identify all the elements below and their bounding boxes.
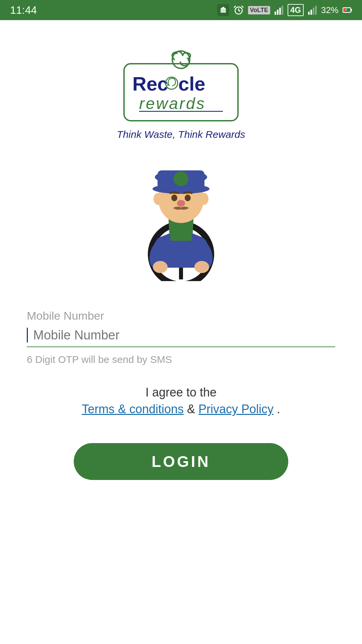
svg-point-42 [199,193,208,205]
alarm-icon [233,5,244,15]
logo-tagline: Think Waste, Think Rewards [117,129,245,140]
svg-point-39 [185,195,191,201]
status-icons: VoLTE 4G 32% [217,4,352,16]
svg-text:cle: cle [178,73,205,95]
svg-point-43 [153,261,168,273]
terms-and-separator: & [187,402,198,416]
svg-rect-1 [275,12,276,15]
svg-point-37 [174,171,188,186]
mobile-input[interactable] [33,328,335,342]
svg-rect-4 [282,6,283,15]
privacy-policy-link[interactable]: Privacy Policy [198,402,274,416]
svg-rect-6 [310,10,312,15]
terms-period: . [277,402,280,416]
svg-rect-11 [343,8,346,12]
form-section: Mobile Number 6 Digit OTP will be send b… [20,309,342,385]
terms-agree-text: I agree to the [82,385,280,399]
main-content: Rec cle rewards Think Waste, Think Rewar… [0,20,362,644]
svg-rect-3 [279,8,281,15]
signal-icon-2 [308,5,317,15]
mobile-input-wrapper[interactable] [27,328,335,347]
status-bar: 11:44 VoLTE 4G [0,0,362,20]
svg-rect-5 [308,12,310,15]
svg-rect-10 [351,9,352,11]
status-time: 11:44 [10,4,37,16]
network-badge: 4G [288,4,304,16]
svg-point-38 [171,195,177,201]
logo-container: Rec cle rewards Think Waste, Think Rewar… [111,47,251,140]
signal-icon [274,5,284,15]
svg-rect-2 [277,10,279,15]
input-cursor [27,328,28,342]
svg-rect-7 [313,8,314,15]
svg-point-44 [194,261,209,273]
svg-point-40 [177,200,185,207]
battery-icon [343,5,352,15]
svg-rect-8 [315,6,317,15]
volte-badge: VoLTE [248,6,270,14]
svg-point-41 [154,193,163,205]
terms-links: Terms & conditions & Privacy Policy . [82,402,280,416]
mobile-field-label: Mobile Number [27,309,335,322]
battery-indicator: 32% [321,5,339,15]
app-notification-icon [217,4,229,16]
otp-hint-text: 6 Digit OTP will be send by SMS [27,354,335,365]
svg-text:Rec: Rec [132,73,168,95]
driver-illustration [111,147,251,282]
login-button[interactable]: LOGIN [74,443,288,480]
terms-conditions-link[interactable]: Terms & conditions [82,402,184,416]
terms-section: I agree to the Terms & conditions & Priv… [82,385,280,416]
svg-text:rewards: rewards [139,95,206,112]
